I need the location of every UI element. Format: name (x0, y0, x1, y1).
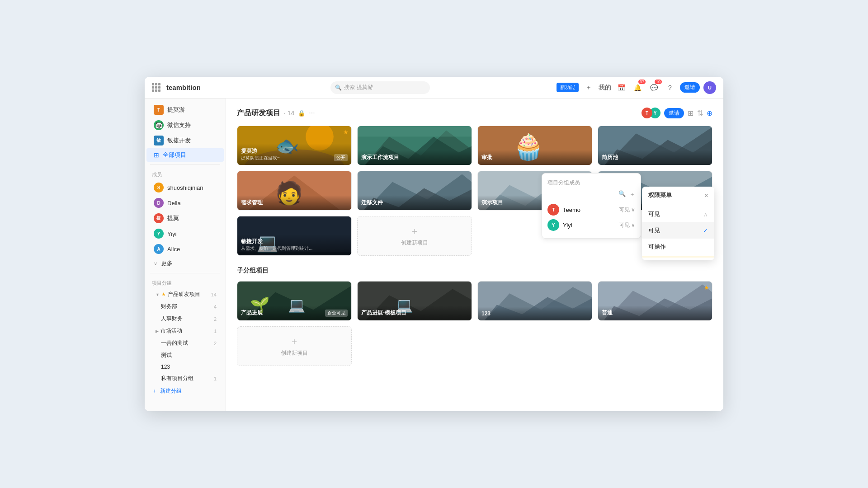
new-group-label: 新建分组 (160, 387, 182, 395)
invite-group-button[interactable]: 邀请 (664, 108, 684, 118)
card-title-migrate: 迁移文件 (361, 199, 468, 206)
section-title: 产品研发项目 (237, 108, 280, 118)
body: T 提莫游 🐼 微信支持 敏 敏捷开发 ⊞ 全部项目 成员 S shuoshiq… (145, 99, 723, 411)
create-sub-project-card[interactable]: ＋ 创建新项目 (237, 326, 352, 366)
new-group-button[interactable]: ＋ 新建分组 (145, 385, 226, 398)
member-perm-yiyi[interactable]: 可见 ∨ (619, 221, 635, 229)
member-label-yiyi: Yiyi (167, 230, 176, 237)
member-info-teemo: T Teemo (547, 204, 580, 216)
groups-section-label: 项目分组 (145, 276, 226, 288)
members-add-icon[interactable]: ＋ (629, 190, 635, 198)
new-feature-button[interactable]: 新功能 (557, 83, 579, 92)
sub-card-normal[interactable]: 普通 ★ (598, 281, 712, 321)
app-window: teambition 🔍 搜索 提莫游 新功能 ＋ 我的 📅 🔔 37 💬 10… (145, 77, 723, 411)
my-button[interactable]: 我的 (599, 81, 611, 94)
card-title-resume: 简历池 (602, 154, 708, 161)
sub-card-overlay-normal: 普通 (598, 305, 712, 320)
perm-option-label-3: 可操作 (648, 243, 666, 251)
user-avatar[interactable]: U (703, 81, 716, 94)
sidebar-member-shuoshi[interactable]: S shuoshiqinian (146, 180, 224, 195)
member-label-timo: 提莫 (167, 214, 179, 222)
chevron-yiyi: ∨ (631, 222, 635, 228)
sub-card-template[interactable]: 💻 产品进展-模板项目 (357, 281, 472, 321)
sidebar-member-yiyi[interactable]: Y Yiyi (146, 226, 224, 241)
member-avatar-teemo-panel: T (547, 204, 559, 216)
sidebar-avatar-timo: T (154, 105, 164, 115)
header: teambition 🔍 搜索 提莫游 新功能 ＋ 我的 📅 🔔 37 💬 10… (145, 77, 723, 99)
sidebar-group-private[interactable]: 私有项目分组 1 (146, 372, 224, 385)
sidebar-group-product[interactable]: ▼ ★ 产品研发项目 14 (146, 288, 224, 300)
member-perm-teemo[interactable]: 可见 ∨ (619, 206, 635, 214)
project-card-migrate[interactable]: 迁移文件 (357, 171, 472, 211)
project-card-resume[interactable]: 简历池 (598, 126, 712, 165)
header-search-area: 🔍 搜索 提莫游 (210, 81, 551, 94)
section-header: 产品研发项目 · 14 🔒 ··· T Y 邀请 ⊞ ⇅ ⊕ (237, 108, 712, 118)
sub-card-progress[interactable]: 🌱 💻 产品进展 企业可见 (237, 281, 352, 321)
sidebar-group-yishan[interactable]: 一善的测试 2 (146, 337, 224, 349)
add-project-icon[interactable]: ⊕ (707, 109, 712, 117)
group-count-hr: 2 (214, 316, 217, 322)
all-projects-icon: ⊞ (154, 151, 159, 159)
sidebar-label-all-projects: 全部项目 (163, 151, 186, 159)
member-label-shuoshi: shuoshiqinian (167, 184, 203, 191)
sidebar-avatar-wechat: 🐼 (154, 120, 164, 130)
permission-option-3[interactable]: 可操作 (642, 239, 714, 255)
sidebar-item-timo[interactable]: T 提莫游 (146, 102, 224, 117)
view-toggle-icon[interactable]: ⊞ (688, 109, 693, 117)
chevron-teemo: ∨ (631, 206, 635, 213)
perm-option-label-1: 可见 (648, 210, 660, 218)
project-card-approval[interactable]: 🧁 审批 (477, 126, 592, 165)
sidebar-item-agile[interactable]: 敏 敏捷开发 (146, 133, 224, 148)
create-sub-label: 创建新项目 (281, 349, 308, 357)
sidebar-member-alice[interactable]: A Alice (146, 241, 224, 257)
sidebar-group-123[interactable]: 123 (146, 361, 224, 372)
create-sub-plus-icon: ＋ (290, 335, 299, 347)
project-card-agile[interactable]: 💻 敏捷开发 从需求、缺陷、迭代到管理到统计... (237, 216, 352, 256)
help-icon[interactable]: ? (664, 81, 676, 94)
sidebar-more[interactable]: ∨ 更多 (146, 257, 224, 270)
sidebar-group-market[interactable]: ▶ 市场活动 1 (146, 325, 224, 337)
project-card-timo[interactable]: 🐟 提莫游 提莫队伍正在游戏~ 公开 ★ (237, 126, 352, 165)
more-icon[interactable]: ··· (309, 109, 315, 117)
sub-card-123[interactable]: 123 (477, 281, 592, 321)
sidebar-item-all-projects[interactable]: ⊞ 全部项目 (146, 148, 224, 162)
grid-menu-icon[interactable] (152, 83, 161, 92)
search-box[interactable]: 🔍 搜索 提莫游 (330, 81, 430, 94)
sidebar-label-wechat: 微信支持 (167, 121, 191, 129)
sidebar-item-wechat[interactable]: 🐼 微信支持 (146, 117, 224, 133)
permission-option-2[interactable]: 可见 ✓ (642, 222, 714, 239)
permission-close-icon[interactable]: × (704, 192, 708, 199)
plus-button[interactable]: ＋ (582, 81, 595, 94)
calendar-icon[interactable]: 📅 (615, 81, 627, 94)
sidebar-member-timo[interactable]: 提 提莫 (146, 211, 224, 226)
sidebar-member-della[interactable]: D Della (146, 195, 224, 211)
more-label: 更多 (161, 259, 173, 267)
group-label-hr: 人事财务 (156, 315, 183, 323)
create-project-card[interactable]: ＋ 创建新项目 (357, 216, 472, 256)
sidebar-group-hr[interactable]: 人事财务 2 (146, 313, 224, 325)
notification-button[interactable]: 🔔 37 (631, 81, 644, 94)
group-count-yishan: 2 (214, 341, 217, 346)
card-title-approval: 审批 (481, 154, 588, 161)
sub-card-star-normal: ★ (704, 284, 709, 291)
sort-icon[interactable]: ⇅ (697, 109, 703, 117)
project-card-workflow[interactable]: 演示工作流项目 (357, 126, 472, 165)
members-panel-title: 项目分组成员 (547, 179, 635, 187)
sidebar-group-test[interactable]: 测试 (146, 349, 224, 361)
notification-badge: 37 (638, 80, 646, 84)
card-sub-timo: 提莫队伍正在游戏~ (241, 155, 348, 161)
search-icon: 🔍 (335, 84, 342, 91)
sidebar-group-finance[interactable]: 财务部 4 (146, 300, 224, 313)
permission-option-1[interactable]: 可见 ∧ (642, 206, 714, 222)
member-label-della: Della (167, 200, 181, 206)
members-search-icon[interactable]: 🔍 (618, 190, 626, 198)
message-button[interactable]: 💬 10 (647, 81, 660, 94)
permission-popup-title: 权限菜单 (648, 191, 672, 199)
project-card-demand[interactable]: 🧑 需求管理 (237, 171, 352, 211)
member-name-yiyi: Yiyi (563, 222, 572, 229)
permission-popup-header: 权限菜单 × (642, 187, 714, 204)
perm-label-yiyi: 可见 (619, 221, 630, 229)
card-badge-timo: 公开 (334, 154, 348, 161)
invite-button[interactable]: 邀请 (680, 82, 700, 93)
group-expand-arrow: ▼ (156, 292, 160, 297)
